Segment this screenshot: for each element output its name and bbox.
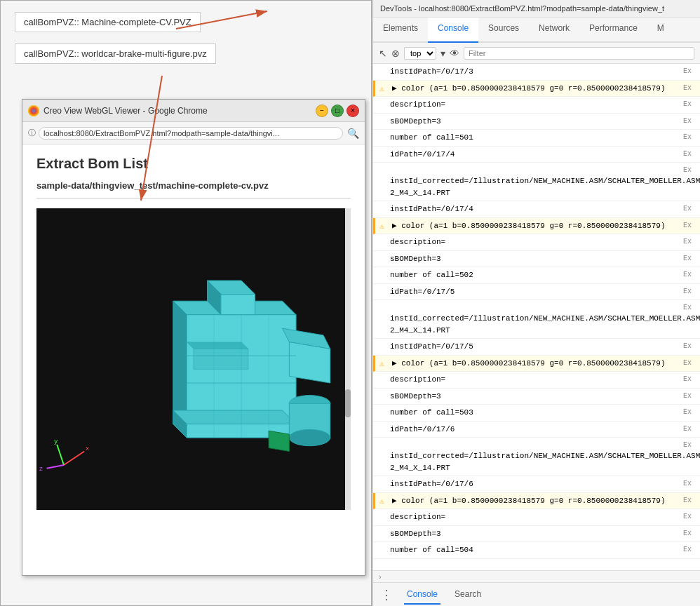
console-source-link[interactable]: Ex (683, 236, 692, 247)
devtools-footer: ⋮ Console Search (373, 582, 700, 606)
console-source-link[interactable]: Ex (683, 391, 692, 401)
eye-icon[interactable]: 👁 (450, 48, 459, 59)
console-source-link[interactable]: Ex (683, 374, 692, 384)
console-row: Exnumber of call=501 (373, 130, 700, 147)
call-box-2: callBomPVZ:: worldcar-brake-multi-figure… (15, 43, 216, 64)
browser-window: callBomPVZ:: Machine-complete-CV.PVZ cal… (0, 0, 372, 606)
tab-console[interactable]: Console (428, 18, 478, 43)
console-source-link[interactable]: Ex (683, 220, 692, 231)
console-text: idPath=/0/17/6 (390, 425, 455, 433)
console-row: Exnumber of call=504 (373, 542, 700, 559)
console-source-link[interactable]: Ex (683, 528, 692, 539)
svg-text:x: x (86, 444, 89, 452)
close-button[interactable]: × (346, 105, 359, 117)
console-text: instIdPath=/0/17/6 (390, 480, 473, 488)
console-text: description= (390, 100, 445, 109)
console-source-link[interactable]: Ex (683, 66, 692, 76)
svg-marker-6 (221, 294, 255, 314)
tab-sources[interactable]: Sources (478, 18, 529, 43)
console-source-link[interactable]: Ex (683, 99, 692, 109)
console-source-link[interactable]: Ex (683, 302, 692, 313)
svg-text:z: z (39, 464, 43, 472)
console-source-link[interactable]: Ex (683, 286, 692, 297)
svg-marker-8 (194, 349, 248, 369)
filter-input[interactable] (464, 47, 694, 60)
console-row: Exnumber of call=502 (373, 267, 700, 284)
console-source-link[interactable]: Ex (683, 341, 692, 351)
call-box-1: callBomPVZ:: Machine-complete-CV.PVZ (15, 12, 201, 32)
chrome-icon (28, 105, 39, 116)
console-text: number of call=503 (390, 408, 473, 417)
svg-marker-7 (187, 342, 248, 349)
model-viewport: x y z (36, 208, 351, 510)
console-source-link[interactable]: Ex (683, 407, 692, 417)
console-text: sBOMDepth=3 (390, 255, 441, 263)
console-source-link[interactable]: Ex (683, 203, 692, 214)
footer-tab-console[interactable]: Console (404, 585, 440, 605)
search-icon[interactable]: 🔍 (347, 128, 359, 139)
tab-more[interactable]: M (647, 18, 674, 43)
tab-network[interactable]: Network (529, 18, 579, 43)
scroll-thumb[interactable] (345, 389, 351, 417)
console-text: instId_corrected=/Illustration/NEW_MACHI… (390, 314, 700, 335)
console-source-link[interactable]: Ex (683, 165, 692, 175)
console-row: Exnumber of call=503 (373, 405, 700, 422)
console-source-link[interactable]: Ex (683, 83, 692, 93)
console-source-link[interactable]: Ex (683, 253, 692, 264)
console-row: ⚠Ex▶ color (a=1 b=0.8500000238418579 g=0… (373, 218, 700, 235)
maximize-button[interactable]: □ (331, 105, 344, 117)
warning-icon: ⚠ (379, 221, 384, 233)
console-row: Exdescription= (373, 234, 700, 251)
address-bar: ⓘ localhost:8080/ExtractBomPVZ.html?modp… (22, 122, 365, 144)
console-row: ExinstId_corrected=/Illustration/NEW_MAC… (373, 300, 700, 339)
console-row: ExidPath=/0/17/4 (373, 147, 700, 163)
devtools-tab-bar: Elements Console Sources Network Perform… (373, 18, 700, 43)
console-text: sBOMDepth=3 (390, 117, 441, 126)
console-source-link[interactable]: Ex (683, 149, 692, 159)
warning-icon: ⚠ (379, 83, 384, 95)
console-row: ⚠Ex▶ color (a=1 b=0.8500000238418579 g=0… (373, 81, 700, 97)
console-row: ExidPath=/0/17/6 (373, 422, 700, 438)
3d-model-svg: x y z (36, 208, 351, 510)
console-text: sBOMDepth=3 (390, 530, 441, 538)
console-source-link[interactable]: Ex (683, 424, 692, 434)
console-source-link[interactable]: Ex (683, 544, 692, 555)
console-row: ExinstId_corrected=/Illustration/NEW_MAC… (373, 163, 700, 201)
stop-icon[interactable]: ⊗ (391, 48, 400, 59)
console-text: description= (390, 513, 445, 521)
console-source-link[interactable]: Ex (683, 358, 692, 368)
inner-chrome-window: Creo View WebGL Viewer - Google Chrome −… (22, 99, 365, 576)
console-text: description= (390, 238, 445, 246)
console-output: ExinstIdPath=/0/17/3⚠Ex▶ color (a=1 b=0.… (373, 64, 700, 570)
tab-elements[interactable]: Elements (373, 18, 428, 43)
context-select[interactable]: top (404, 47, 436, 60)
security-icon: ⓘ (28, 128, 36, 138)
warning-icon: ⚠ (379, 358, 384, 370)
console-source-link[interactable]: Ex (683, 269, 692, 280)
console-chevron[interactable]: › (379, 572, 382, 581)
console-text: instIdPath=/0/17/4 (390, 205, 473, 213)
console-source-link[interactable]: Ex (683, 440, 692, 450)
console-source-link[interactable]: Ex (683, 478, 692, 489)
console-text: instIdPath=/0/17/3 (390, 67, 473, 76)
dropdown-icon[interactable]: ▾ (440, 48, 445, 59)
console-source-link[interactable]: Ex (683, 511, 692, 522)
console-source-link[interactable]: Ex (683, 116, 692, 126)
console-source-link[interactable]: Ex (683, 495, 692, 506)
console-row: ExsBOMDepth=3 (373, 389, 700, 405)
minimize-button[interactable]: − (316, 105, 328, 117)
file-path-text: sample-data/thingview_test/machine-compl… (36, 180, 351, 198)
console-source-link[interactable]: Ex (683, 132, 692, 142)
footer-tab-search[interactable]: Search (452, 585, 484, 605)
viewport-scrollbar[interactable] (345, 208, 351, 510)
devtools-toolbar: ↖ ⊗ top ▾ 👁 (373, 43, 700, 64)
svg-marker-10 (289, 342, 330, 383)
tab-performance[interactable]: Performance (579, 18, 647, 43)
console-row: ExinstIdPath=/0/17/6 (373, 476, 700, 493)
console-text: ▶ color (a=1 b=0.8500000238418579 g=0 r=… (392, 497, 666, 505)
footer-menu-icon[interactable]: ⋮ (380, 587, 393, 602)
chrome-titlebar: Creo View WebGL Viewer - Google Chrome −… (22, 100, 365, 122)
console-row: ExinstIdPath=/0/17/4 (373, 201, 700, 218)
pointer-icon[interactable]: ↖ (379, 48, 387, 59)
url-field[interactable]: localhost:8080/ExtractBomPVZ.html?modpat… (39, 127, 343, 140)
